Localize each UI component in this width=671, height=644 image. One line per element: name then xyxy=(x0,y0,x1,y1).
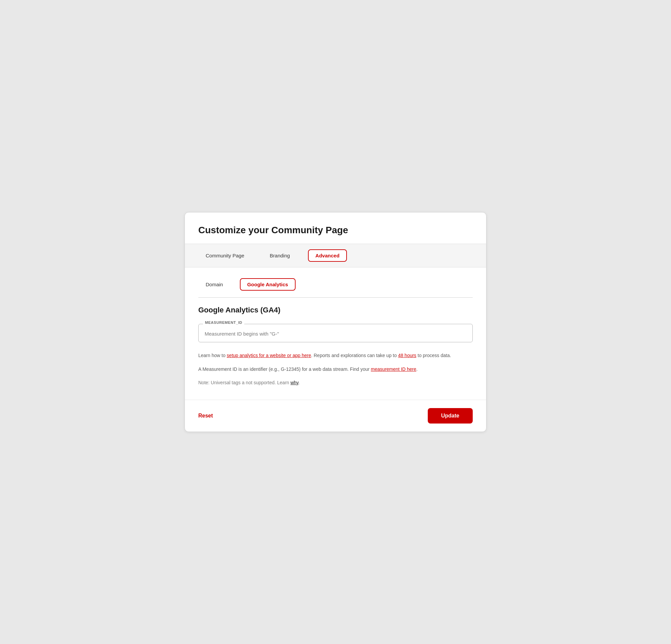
info-text-2: A Measurement ID is an identifier (e.g.,… xyxy=(198,365,473,373)
card-footer: Reset Update xyxy=(185,400,486,432)
note-text: Note: Universal tags a not supported. Le… xyxy=(198,379,473,386)
update-button[interactable]: Update xyxy=(428,408,473,424)
note-post: . xyxy=(299,380,300,385)
top-tabs-bar: Community Page Branding Advanced xyxy=(185,244,486,267)
page-title: Customize your Community Page xyxy=(198,225,473,236)
note-pre: Note: Universal tags a not supported. Le… xyxy=(198,380,291,385)
info-text-1: Learn how to setup analytics for a websi… xyxy=(198,352,473,359)
card-body: Domain Google Analytics Google Analytics… xyxy=(185,267,486,400)
measurement-id-link[interactable]: measurement ID here xyxy=(371,366,416,372)
info-text-1-mid: . Reports and explorations can take up t… xyxy=(311,353,398,358)
subtab-domain[interactable]: Domain xyxy=(198,278,230,291)
setup-analytics-link[interactable]: setup analytics for a website or app her… xyxy=(227,353,311,358)
info-text-2-pre: A Measurement ID is an identifier (e.g.,… xyxy=(198,366,371,372)
48-hours-link[interactable]: 48 hours xyxy=(398,353,416,358)
tab-community-page[interactable]: Community Page xyxy=(198,249,252,262)
sub-tabs-bar: Domain Google Analytics xyxy=(198,278,473,298)
reset-button[interactable]: Reset xyxy=(198,409,213,422)
measurement-id-group: MEASUREMENT_ID xyxy=(198,324,473,342)
info-text-2-end: . xyxy=(416,366,418,372)
why-link[interactable]: why xyxy=(291,380,299,385)
main-card: Customize your Community Page Community … xyxy=(185,212,486,432)
info-text-1-end: to process data. xyxy=(416,353,451,358)
subtab-google-analytics[interactable]: Google Analytics xyxy=(240,278,295,291)
tab-branding[interactable]: Branding xyxy=(262,249,297,262)
card-header: Customize your Community Page xyxy=(185,212,486,244)
section-title: Google Analytics (GA4) xyxy=(198,306,473,314)
info-text-1-pre: Learn how to xyxy=(198,353,227,358)
measurement-id-input[interactable] xyxy=(198,324,473,342)
measurement-id-label: MEASUREMENT_ID xyxy=(203,320,244,325)
tab-advanced[interactable]: Advanced xyxy=(308,249,347,262)
